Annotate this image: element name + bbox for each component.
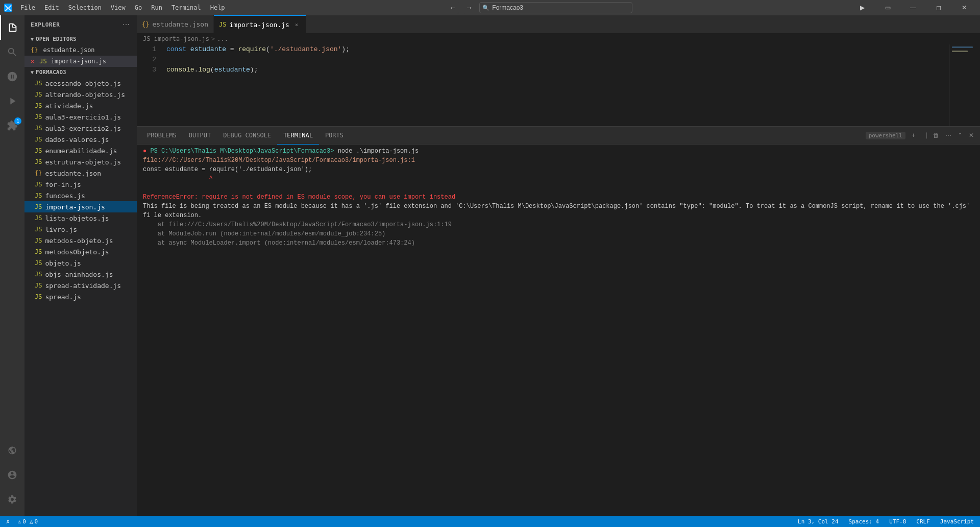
terminal-line-5: [143, 183, 974, 193]
formacao3-section[interactable]: ▼ Formacao3: [24, 67, 137, 78]
file-item-acessando-objeto-js[interactable]: JSacessando-objeto.js: [24, 78, 137, 89]
code-line-1: const estudante = require('./estudante.j…: [166, 44, 949, 55]
status-language[interactable]: JavaScript: [938, 516, 976, 527]
file-item-aula3-exercicio1-js[interactable]: JSaula3-exercicio1.js: [24, 111, 137, 123]
terminal-content[interactable]: ● PS C:\Users\Thalis M\Desktop\JavaScrip…: [137, 145, 980, 249]
file-item-lista-objetos-js[interactable]: JSlista-objetos.js: [24, 212, 137, 224]
menu-run[interactable]: Run: [147, 3, 166, 12]
file-item-spread-js[interactable]: JSspread.js: [24, 291, 137, 302]
tab-js-icon: JS: [219, 21, 226, 28]
menu-selection[interactable]: Selection: [64, 3, 106, 12]
file-type-icon: JS: [35, 203, 42, 210]
panel-close[interactable]: ✕: [967, 131, 976, 140]
file-item-alterando-objetos-js[interactable]: JSalterando-objetos.js: [24, 89, 137, 100]
menu-help[interactable]: Help: [206, 3, 229, 12]
panel-maximize[interactable]: ⌃: [955, 131, 965, 140]
split-editor-button[interactable]: ▭: [876, 0, 899, 15]
menu-terminal[interactable]: Terminal: [167, 3, 205, 12]
file-item-livro-js[interactable]: JSlivro.js: [24, 224, 137, 235]
panel-tab-terminal[interactable]: TERMINAL: [277, 127, 319, 145]
close-button[interactable]: ✕: [952, 0, 976, 15]
file-type-icon: JS: [35, 91, 42, 98]
menu-go[interactable]: Go: [131, 3, 146, 12]
activity-account[interactable]: [0, 463, 24, 487]
panel-split[interactable]: ⎹: [919, 131, 929, 140]
file-type-icon: JS: [35, 271, 42, 278]
menu-view[interactable]: View: [107, 3, 130, 12]
open-editor-estudante[interactable]: {} estudante.json: [24, 44, 137, 56]
activity-remote[interactable]: [0, 438, 24, 463]
panel-tab-output[interactable]: OUTPUT: [183, 127, 217, 145]
open-editors-section[interactable]: ▼ Open Editors: [24, 34, 137, 44]
panel-tab-ports[interactable]: PORTS: [319, 127, 350, 145]
file-item-importa-json-js[interactable]: JSimporta-json.js: [24, 201, 137, 212]
file-item-for-in-js[interactable]: JSfor-in.js: [24, 179, 137, 190]
file-item-spread-atividade-js[interactable]: JSspread-atividade.js: [24, 280, 137, 291]
menu-bar[interactable]: File Edit Selection View Go Run Terminal…: [16, 3, 229, 12]
global-search-input[interactable]: [479, 2, 632, 13]
open-editor-importa-json[interactable]: ✕ JS importa-json.js: [24, 56, 137, 67]
file-item-objs-aninhados-js[interactable]: JSobjs-aninhados.js: [24, 269, 137, 280]
activity-source-control[interactable]: [0, 64, 24, 89]
file-item-funcoes-js[interactable]: JSfuncoes.js: [24, 190, 137, 201]
activity-run-debug[interactable]: [0, 89, 24, 113]
back-button[interactable]: ←: [447, 2, 459, 14]
extensions-badge: 1: [14, 117, 21, 125]
file-name-label: acessando-objeto.js: [45, 80, 121, 87]
code-content[interactable]: const estudante = require('./estudante.j…: [162, 44, 949, 126]
code-editor[interactable]: 1 2 3 const estudante = require('./estud…: [137, 44, 980, 126]
panel-more[interactable]: ⋯: [943, 131, 953, 140]
file-item-metodosObjeto-js[interactable]: JSmetodosObjeto.js: [24, 246, 137, 257]
minimap-lines: [950, 44, 980, 55]
terminal-panel: PROBLEMS OUTPUT DEBUG CONSOLE TERMINAL P…: [137, 126, 980, 249]
activity-settings[interactable]: [0, 487, 24, 512]
file-item-atividade-js[interactable]: JSatividade.js: [24, 100, 137, 111]
breadcrumb-sep: >: [211, 35, 215, 42]
file-item-aula3-exercicio2-js[interactable]: JSaula3-exercicio2.js: [24, 123, 137, 134]
tabs-bar: {} estudante.json JS importa-json.js ×: [137, 15, 980, 33]
panel-add-terminal[interactable]: +: [910, 131, 917, 140]
tab-close-button[interactable]: ×: [292, 20, 301, 29]
status-encoding[interactable]: UTF-8: [887, 516, 908, 527]
file-item-estudante-json[interactable]: {}estudante.json: [24, 167, 137, 179]
file-name-label: enumerabilidade.js: [45, 147, 117, 155]
activity-search[interactable]: [0, 40, 24, 64]
status-spaces[interactable]: Spaces: 4: [847, 516, 881, 527]
file-type-icon: JS: [35, 80, 42, 87]
file-name-label: alterando-objetos.js: [45, 91, 125, 99]
status-remote-button[interactable]: ✗: [4, 516, 12, 527]
file-type-icon: JS: [35, 125, 42, 132]
panel-trash[interactable]: 🗑: [931, 131, 941, 140]
file-item-objeto-js[interactable]: JSobjeto.js: [24, 257, 137, 269]
status-eol[interactable]: CRLF: [914, 516, 932, 527]
file-item-estrutura-objeto-js[interactable]: JSestrutura-objeto.js: [24, 156, 137, 167]
status-errors[interactable]: ⚠ 0 △ 0: [16, 516, 40, 527]
menu-edit[interactable]: Edit: [40, 3, 63, 12]
activity-explorer[interactable]: [0, 15, 24, 40]
file-item-dados-valores-js[interactable]: JSdados-valores.js: [24, 134, 137, 145]
file-name-label: metodosObjeto.js: [45, 248, 109, 256]
restore-button[interactable]: ◻: [927, 0, 950, 15]
file-item-metodos-objeto-js[interactable]: JSmetodos-objeto.js: [24, 235, 137, 246]
panel-tab-problems[interactable]: PROBLEMS: [141, 127, 183, 145]
panel-tab-debug-console[interactable]: DEBUG CONSOLE: [217, 127, 277, 145]
tab-estudante-json[interactable]: {} estudante.json: [137, 15, 214, 33]
file-name-label: objeto.js: [45, 259, 81, 267]
terminal-line-3: const estudante = require('./estudante.j…: [143, 165, 974, 174]
open-editor-estudante-label: estudante.json: [43, 46, 94, 54]
breadcrumb: JS importa-json.js > ...: [137, 33, 980, 44]
tab-importa-json[interactable]: JS importa-json.js ×: [214, 15, 306, 33]
new-file-button[interactable]: ⋯: [121, 19, 131, 30]
run-button[interactable]: ▶: [850, 0, 874, 15]
minimap: [949, 44, 980, 126]
status-position[interactable]: Ln 3, Col 24: [796, 516, 840, 527]
file-item-enumerabilidade-js[interactable]: JSenumerabilidade.js: [24, 145, 137, 156]
file-name-label: metodos-objeto.js: [45, 237, 113, 245]
file-name-label: dados-valores.js: [45, 136, 109, 143]
activity-extensions[interactable]: 1: [0, 113, 24, 138]
minimize-button[interactable]: ―: [901, 0, 925, 15]
menu-file[interactable]: File: [16, 3, 39, 12]
title-bar-center: ← → 🔍: [447, 2, 632, 14]
forward-button[interactable]: →: [463, 2, 475, 14]
terminal-line-11: at async asyncRunEntryPointWithESMLoader…: [143, 248, 974, 249]
